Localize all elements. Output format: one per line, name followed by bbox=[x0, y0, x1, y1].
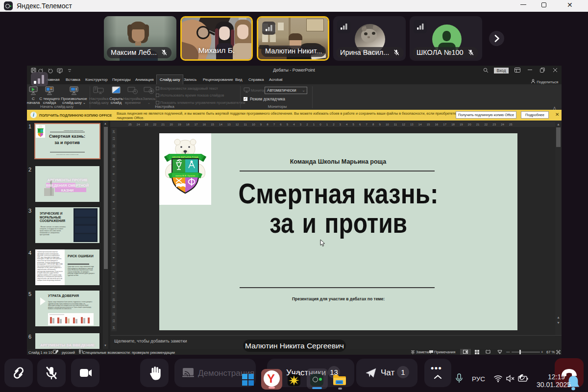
svg-text:ШКОЛА МАРЬИНА РОЩА: ШКОЛА МАРЬИНА РОЩА bbox=[172, 156, 198, 158]
svg-text:имени В.Ф. Орлова: имени В.Ф. Орлова bbox=[175, 174, 196, 177]
